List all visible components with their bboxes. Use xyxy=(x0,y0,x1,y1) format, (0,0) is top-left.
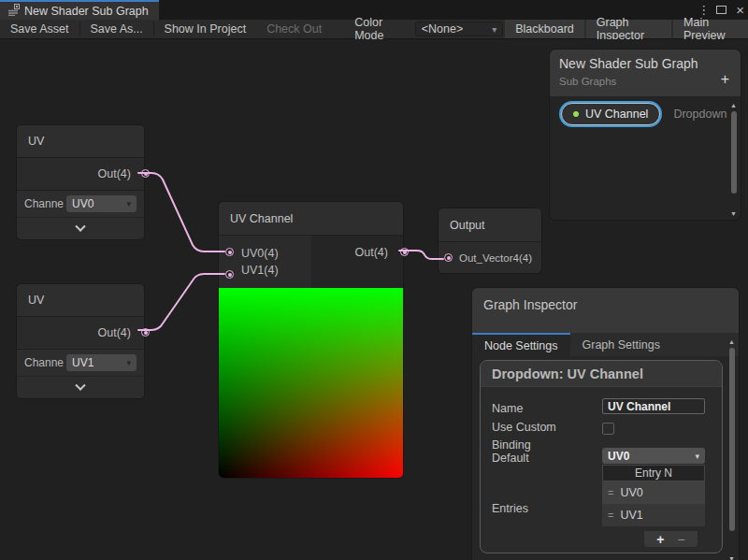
input-port[interactable] xyxy=(444,253,453,262)
name-label: Name xyxy=(492,402,523,415)
node-uv-channel[interactable]: UV Channel UV0(4) UV1(4) Out(4) xyxy=(218,201,404,479)
chevron-down-icon: ▾ xyxy=(126,199,131,208)
shader-graph-window: New Shader Sub Graph ⋮ × Save Asset Save… xyxy=(0,0,748,560)
tab-title: New Shader Sub Graph xyxy=(24,5,149,18)
close-icon[interactable]: × xyxy=(736,3,744,17)
inspector-scrollbar[interactable]: ▲ ▼ xyxy=(727,338,736,560)
scroll-up-icon[interactable]: ▲ xyxy=(728,338,735,346)
graph-inspector-panel[interactable]: Graph Inspector Node Settings Graph Sett… xyxy=(472,288,739,560)
scrollbar-thumb[interactable] xyxy=(731,111,737,194)
chevron-down-icon: ▾ xyxy=(492,24,496,35)
entries-list: Entry N = UV0 = UV1 xyxy=(602,465,705,526)
default-value: UV0 xyxy=(608,450,629,463)
color-mode-value: <None> xyxy=(422,22,463,36)
blackboard-panel[interactable]: New Shader Sub Graph Sub Graphs + UV Cha… xyxy=(550,50,741,220)
port-label-uv0: UV0(4) xyxy=(241,247,311,260)
output-port[interactable] xyxy=(400,248,409,256)
scroll-down-icon[interactable]: ▼ xyxy=(728,555,735,560)
collapse-button[interactable] xyxy=(17,217,144,239)
drag-handle-icon[interactable]: = xyxy=(608,510,612,521)
channel-dropdown[interactable]: UV1 ▾ xyxy=(66,354,137,371)
entry-value: UV1 xyxy=(620,509,642,522)
node-title: UV Channel xyxy=(219,202,403,236)
tab-new-shader-sub-graph[interactable]: New Shader Sub Graph xyxy=(0,0,159,20)
scroll-down-icon[interactable]: ▼ xyxy=(730,210,737,218)
default-dropdown[interactable]: UV0 ▾ xyxy=(602,448,705,464)
use-custom-binding-label: Use Custom Binding xyxy=(492,419,597,454)
add-entry-button[interactable]: + xyxy=(656,533,664,546)
section-title: Dropdown: UV Channel xyxy=(481,361,722,387)
channel-label: Channe xyxy=(24,356,64,369)
color-mode-label: Color Mode xyxy=(332,20,415,38)
tab-node-settings[interactable]: Node Settings xyxy=(472,333,570,356)
subgraph-icon xyxy=(7,4,20,19)
node-uv-2[interactable]: UV Out(4) Channe UV1 ▾ xyxy=(16,283,145,399)
scroll-up-icon[interactable]: ▲ xyxy=(730,102,737,109)
remove-entry-button[interactable]: − xyxy=(678,533,685,546)
edge-uv2-to-uvchannel xyxy=(138,274,224,330)
edge-uv1-to-uvchannel xyxy=(138,173,224,251)
channel-label: Channe xyxy=(24,197,64,210)
name-input[interactable]: UV Channel xyxy=(602,398,705,414)
uv-gradient-preview xyxy=(219,288,403,478)
tab-graph-settings[interactable]: Graph Settings xyxy=(570,333,672,356)
channel-dropdown[interactable]: UV0 ▾ xyxy=(66,195,137,212)
entry-row-uv1[interactable]: = UV1 xyxy=(602,504,705,526)
add-property-button[interactable]: + xyxy=(721,72,729,87)
chevron-down-icon xyxy=(75,380,85,390)
blackboard-list: UV Channel Dropdown ▲ ▼ xyxy=(550,96,741,220)
property-type: Dropdown xyxy=(673,108,726,121)
output-port[interactable] xyxy=(141,169,150,178)
scrollbar-thumb[interactable] xyxy=(729,348,735,531)
blackboard-header: New Shader Sub Graph Sub Graphs + xyxy=(550,50,741,96)
graph-canvas[interactable]: UV Out(4) Channe UV0 ▾ UV Out(4) C xyxy=(0,39,748,560)
input-port-uv0[interactable] xyxy=(225,248,234,256)
inspector-tabs: Node Settings Graph Settings xyxy=(472,333,739,356)
default-label: Default xyxy=(492,452,529,465)
port-label-out: Out(4) xyxy=(98,326,131,339)
graph-inspector-title: Graph Inspector xyxy=(472,288,739,333)
property-name: UV Channel xyxy=(585,108,648,121)
entries-list-footer: + − xyxy=(644,531,698,547)
chevron-down-icon: ▾ xyxy=(126,358,131,367)
node-title: UV xyxy=(17,284,144,317)
exposed-dot-icon xyxy=(573,111,579,117)
blackboard-title: New Shader Sub Graph xyxy=(559,56,731,71)
entry-row-uv0[interactable]: = UV0 xyxy=(602,481,705,504)
dropdown-settings-section: Dropdown: UV Channel Name UV Channel Use… xyxy=(480,360,723,553)
output-port[interactable] xyxy=(141,328,150,337)
show-in-project-button[interactable]: Show In Project xyxy=(154,20,257,38)
save-asset-button[interactable]: Save Asset xyxy=(0,20,79,38)
entries-column-header: Entry N xyxy=(602,465,705,481)
node-output[interactable]: Output Out_Vector4(4) xyxy=(438,208,542,274)
chevron-down-icon: ▾ xyxy=(695,452,699,461)
toolbar: Save Asset Save As... Show In Project Ch… xyxy=(0,20,748,39)
blackboard-item-uv-channel[interactable]: UV Channel Dropdown xyxy=(561,103,726,125)
check-out-button: Check Out xyxy=(256,20,332,38)
entry-value: UV0 xyxy=(620,486,642,499)
port-label-uv1: UV1(4) xyxy=(241,264,311,277)
entries-label: Entries xyxy=(492,502,528,515)
color-mode-dropdown[interactable]: <None> ▾ xyxy=(415,22,503,36)
drag-handle-icon[interactable]: = xyxy=(608,487,612,498)
chevron-down-icon xyxy=(75,221,85,231)
blackboard-scrollbar[interactable]: ▲ ▼ xyxy=(729,102,738,218)
main-preview-toggle-button[interactable]: Main Preview xyxy=(671,20,748,38)
port-label-out: Out(4) xyxy=(98,167,131,180)
node-title: UV xyxy=(17,125,144,158)
node-uv-1[interactable]: UV Out(4) Channe UV0 ▾ xyxy=(16,124,145,240)
blackboard-subtitle: Sub Graphs xyxy=(559,76,731,87)
property-pill[interactable]: UV Channel xyxy=(561,103,660,125)
node-title: Output xyxy=(439,208,541,242)
window-menu-icon[interactable]: ⋮ xyxy=(698,3,707,17)
use-custom-binding-checkbox[interactable] xyxy=(602,423,614,435)
collapse-button[interactable] xyxy=(17,376,144,398)
input-port-uv1[interactable] xyxy=(225,270,234,279)
graph-inspector-toggle-button[interactable]: Graph Inspector xyxy=(584,20,671,38)
port-label-out-vector4: Out_Vector4(4) xyxy=(459,252,532,264)
maximize-icon[interactable] xyxy=(716,6,726,14)
save-as-button[interactable]: Save As... xyxy=(79,20,152,38)
port-label-out: Out(4) xyxy=(355,246,388,259)
blackboard-toggle-button[interactable]: Blackboard xyxy=(503,20,584,38)
